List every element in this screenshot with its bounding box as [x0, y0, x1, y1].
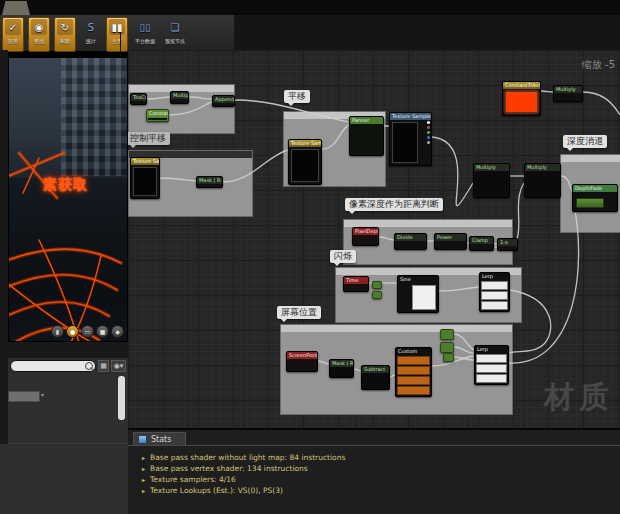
node-body [148, 118, 167, 120]
material-node-depthfade[interactable]: DepthFade [572, 184, 618, 212]
material-node-constant[interactable]: Constant [146, 109, 169, 122]
check-icon: ✓ [5, 19, 21, 35]
node-body [474, 171, 509, 197]
node-body [554, 93, 582, 101]
material-node-const[interactable] [440, 329, 454, 340]
node-body [344, 284, 368, 291]
material-node-custom[interactable]: Custom [395, 347, 432, 397]
toolbar-button-6[interactable]: ▯▯平台数据 [132, 17, 158, 52]
node-header: Append [213, 96, 234, 103]
toolbar-button-7[interactable]: ❏预览节点 [162, 17, 188, 52]
material-node-multiply[interactable]: Multiply [524, 163, 561, 198]
material-node-constant3vector[interactable]: Constant3Vector [502, 81, 541, 116]
material-node-const[interactable] [440, 342, 454, 353]
material-node-mask-r[interactable]: Mask ( R ) [329, 359, 354, 378]
material-node-time[interactable]: Time [343, 276, 369, 292]
neon-wireframe-graphic [9, 58, 128, 342]
toolbar: ✓应用◉查找↻刷新S统计▮▮主页▯▯平台数据❏预览节点 [0, 15, 620, 51]
stats-line: ▸Texture Lookups (Est.): VS(0), PS(3) [142, 485, 345, 496]
window-tab[interactable] [2, 1, 30, 15]
stats-tab-icon [138, 435, 147, 444]
preview-shape-sphere-button[interactable]: ● [66, 325, 79, 338]
comment-group-header[interactable] [561, 155, 620, 162]
material-node-lerp[interactable]: Lerp [474, 345, 509, 385]
grid-view-icon[interactable]: ▦ [98, 360, 109, 372]
node-header: Divide [395, 234, 426, 241]
details-scrollbar[interactable] [118, 376, 125, 420]
preview-shape-cube-button[interactable]: ■ [96, 325, 109, 338]
comment-group-header[interactable] [281, 325, 512, 332]
material-node-multiply[interactable]: Multiply [473, 163, 510, 198]
material-node-pixeldepth[interactable]: PixelDepth [352, 227, 379, 246]
material-node-clamp[interactable]: Clamp [469, 236, 494, 251]
stats-tab-underline [128, 445, 620, 446]
node-body [390, 120, 431, 165]
node-header: Texture Sample [390, 113, 431, 120]
stats-text: Texture Lookups (Est.): VS(0), PS(3) [150, 486, 283, 495]
node-body [480, 280, 509, 311]
node-body [573, 192, 617, 211]
comment-bubble[interactable]: 屏幕位置 [277, 306, 321, 319]
details-category-dropdown[interactable] [8, 391, 40, 402]
search-input[interactable] [10, 360, 96, 372]
comment-bubble[interactable]: 闪烁 [330, 250, 356, 263]
material-node-texture-sample[interactable]: Texture Sample [389, 112, 432, 166]
material-node-append[interactable]: Append [212, 95, 235, 107]
toolbar-button-label: 查找 [34, 38, 44, 44]
toolbar-button-label: 统计 [86, 38, 96, 44]
value-fields [475, 353, 508, 384]
stats-line: ▸Texture samplers: 4/16 [142, 474, 345, 485]
material-node-sine[interactable]: Sine [397, 275, 439, 313]
wave-preview [412, 285, 436, 310]
node-body [171, 99, 188, 103]
comment-bubble[interactable]: 深度消退 [563, 135, 607, 148]
material-node-multiply[interactable]: Multiply [553, 85, 583, 102]
chart-icon: ▮▮ [109, 19, 125, 35]
eye-filter-icon[interactable]: ◉▾ [111, 360, 126, 372]
stats-panel: Stats ▸Base pass shader without light ma… [128, 428, 620, 514]
material-graph-canvas[interactable]: 缩放 -5 材质 TexCoordMultiplyAppendConstantT… [128, 50, 620, 428]
material-node-subtract[interactable]: Subtract [361, 365, 390, 390]
material-node-texture-sample[interactable]: Texture Sample [288, 139, 322, 185]
zoom-level-label: 缩放 -5 [582, 58, 615, 72]
node-header: Texture Sample [289, 140, 321, 147]
stats-text: Base pass vertex shader: 134 instruction… [150, 464, 308, 473]
node-body [353, 235, 378, 245]
material-node-panner[interactable]: Panner [349, 116, 384, 156]
node-header: 1-x [498, 239, 517, 246]
node-body [362, 373, 389, 389]
toolbar-button-4[interactable]: S统计 [80, 17, 102, 52]
node-body [213, 103, 234, 106]
comment-bubble[interactable]: 控制平移 [128, 132, 170, 145]
material-node-const[interactable] [372, 291, 382, 299]
material-node-const[interactable] [372, 281, 382, 289]
panel-divider [8, 342, 128, 359]
material-node-screenposition[interactable]: ScreenPosition [286, 351, 318, 372]
stats-tab[interactable]: Stats [133, 432, 186, 446]
material-node-1-x[interactable]: 1-x [497, 238, 518, 251]
node-body [131, 165, 159, 198]
toolbar-button-3[interactable]: ↻刷新 [54, 17, 76, 52]
preview-viewport[interactable]: 素获取 ▮●▭■◆ [8, 57, 128, 342]
material-node-mask-r-g[interactable]: Mask ( R G ) [196, 176, 223, 188]
node-body [287, 359, 317, 371]
material-node-multiply[interactable]: Multiply [170, 91, 189, 104]
node-body [289, 147, 321, 184]
material-node-const[interactable] [443, 353, 454, 362]
material-node-power[interactable]: Power [434, 233, 467, 250]
toolbar-button-5[interactable]: ▮▮主页 [106, 17, 128, 52]
comment-group-header[interactable] [344, 220, 512, 227]
search-icon [85, 362, 93, 370]
material-node-texcoord[interactable]: TexCoord [130, 93, 147, 105]
toolbar-button-1[interactable]: ✓应用 [2, 17, 24, 52]
material-node-texture-sample[interactable]: Texture Sample [130, 157, 160, 199]
comment-bubble[interactable]: 平移 [284, 90, 310, 103]
preview-shape-cylinder-button[interactable]: ▮ [51, 325, 64, 338]
preview-shape-plane-button[interactable]: ▭ [81, 325, 94, 338]
material-node-divide[interactable]: Divide [394, 233, 427, 250]
material-node-lerp[interactable]: Lerp [479, 272, 510, 312]
comment-bubble[interactable]: 像素深度作为距离判断 [345, 198, 443, 211]
preview-shape-buttons: ▮●▭■◆ [51, 325, 124, 338]
toolbar-button-2[interactable]: ◉查找 [28, 17, 50, 52]
preview-shape-mesh-button[interactable]: ◆ [111, 325, 124, 338]
